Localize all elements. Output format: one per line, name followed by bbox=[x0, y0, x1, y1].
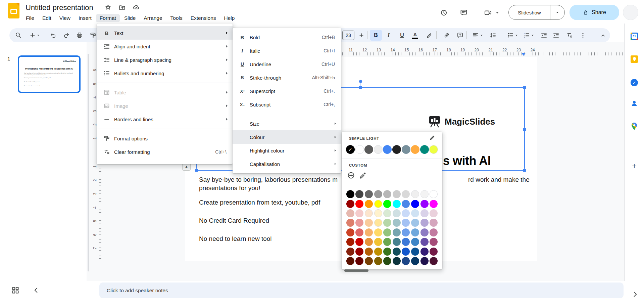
theme-color-swatch-eeeeee[interactable] bbox=[374, 145, 383, 154]
color-swatch-d9d2e9[interactable] bbox=[420, 209, 429, 217]
color-swatch-85200c[interactable] bbox=[346, 248, 354, 256]
color-swatch-ead1dc[interactable] bbox=[430, 209, 438, 217]
color-swatch-c27ba0[interactable] bbox=[430, 228, 438, 236]
undo-button[interactable] bbox=[47, 28, 59, 42]
color-swatch-cfe2f3[interactable] bbox=[411, 209, 419, 217]
color-swatch-ff0000[interactable] bbox=[355, 200, 363, 208]
color-swatch-980000[interactable] bbox=[346, 200, 354, 208]
text-submenu-item-highlight-colour[interactable]: Highlight colour bbox=[233, 144, 341, 157]
color-swatch-45818e[interactable] bbox=[393, 238, 401, 246]
insert-link-button[interactable] bbox=[441, 28, 452, 42]
theme-color-swatch-000000[interactable]: ✓ bbox=[346, 145, 355, 154]
text-submenu-item-size[interactable]: Size bbox=[233, 117, 341, 130]
color-swatch-9fc5e8[interactable] bbox=[411, 219, 419, 227]
google-keep-icon[interactable] bbox=[630, 55, 638, 63]
color-swatch-e06666[interactable] bbox=[355, 228, 363, 236]
resize-handle-sw[interactable] bbox=[195, 169, 198, 172]
color-swatch-434343[interactable] bbox=[355, 190, 363, 198]
move-folder-icon[interactable] bbox=[119, 4, 126, 11]
highlight-color-button[interactable] bbox=[424, 28, 435, 42]
slide-body-item-2[interactable]: No Credit Card Required bbox=[199, 217, 269, 224]
align-caret-icon[interactable] bbox=[479, 28, 485, 42]
color-swatch-3c78d8[interactable] bbox=[402, 238, 410, 246]
color-swatch-a64d79[interactable] bbox=[430, 238, 438, 246]
color-swatch-ffd966[interactable] bbox=[374, 228, 382, 236]
color-swatch-a4c2f4[interactable] bbox=[402, 219, 410, 227]
color-swatch-5b0f00[interactable] bbox=[346, 257, 354, 265]
numbered-list-caret-icon[interactable] bbox=[530, 28, 536, 42]
version-history-icon[interactable] bbox=[440, 9, 448, 17]
format-menu-item-bullets-and-numbering[interactable]: Bullets and numbering bbox=[97, 67, 233, 80]
document-title[interactable]: Untitled presentation bbox=[26, 3, 93, 12]
color-swatch-dd7e6b[interactable] bbox=[346, 219, 354, 227]
color-swatch-d5a6bd[interactable] bbox=[430, 219, 438, 227]
color-swatch-741b47[interactable] bbox=[430, 248, 438, 256]
slide-body-line2[interactable]: presentations for you! bbox=[199, 184, 260, 192]
avatar[interactable] bbox=[623, 5, 638, 20]
color-swatch-6d9eeb[interactable] bbox=[402, 228, 410, 236]
menubar-item-view[interactable]: View bbox=[56, 14, 74, 22]
resize-handle-e[interactable] bbox=[523, 128, 526, 131]
underline-button[interactable]: U bbox=[396, 28, 408, 42]
color-swatch-999999[interactable] bbox=[374, 190, 382, 198]
menubar-item-help[interactable]: Help bbox=[220, 14, 239, 22]
color-swatch-990000[interactable] bbox=[355, 248, 363, 256]
color-swatch-a2c4c9[interactable] bbox=[393, 219, 401, 227]
google-calendar-icon[interactable]: 31 bbox=[630, 32, 638, 40]
filmstrip-scrollbar[interactable] bbox=[88, 54, 89, 271]
color-swatch-20124d[interactable] bbox=[420, 257, 429, 265]
color-swatch-ea9999[interactable] bbox=[355, 219, 363, 227]
color-swatch-a61c00[interactable] bbox=[346, 238, 354, 246]
slide-body-line1-right[interactable]: rd work and make the bbox=[468, 176, 530, 183]
theme-color-swatch-ffab40[interactable] bbox=[411, 145, 419, 154]
slideshow-options-button[interactable] bbox=[550, 5, 564, 19]
theme-color-swatch-ffffff[interactable] bbox=[355, 145, 364, 154]
cloud-status-icon[interactable] bbox=[132, 4, 140, 11]
star-icon[interactable] bbox=[105, 4, 111, 11]
color-swatch-c9daf8[interactable] bbox=[402, 209, 410, 217]
menubar-item-arrange[interactable]: Arrange bbox=[140, 14, 166, 22]
color-swatch-f1c232[interactable] bbox=[374, 238, 382, 246]
share-button[interactable]: Share bbox=[569, 5, 619, 20]
color-swatch-93c47d[interactable] bbox=[383, 228, 391, 236]
color-swatch-3d85c6[interactable] bbox=[411, 238, 419, 246]
theme-color-swatch-eeff41[interactable] bbox=[429, 145, 438, 154]
color-swatch-660000[interactable] bbox=[355, 257, 363, 265]
theme-color-swatch-78909c[interactable] bbox=[402, 145, 410, 154]
increase-font-button[interactable] bbox=[356, 28, 367, 42]
decrease-indent-button[interactable] bbox=[538, 28, 550, 42]
theme-color-swatch-00897b[interactable] bbox=[420, 145, 429, 154]
slideshow-button[interactable]: Slideshow bbox=[509, 5, 550, 19]
color-swatch-cc4125[interactable] bbox=[346, 228, 354, 236]
color-swatch-00ff00[interactable] bbox=[383, 200, 391, 208]
color-swatch-674ea7[interactable] bbox=[420, 238, 429, 246]
text-submenu-item-underline[interactable]: UUnderlineCtrl+U bbox=[233, 57, 341, 71]
collapse-menus-button[interactable] bbox=[597, 28, 609, 42]
color-swatch-ffe599[interactable] bbox=[374, 219, 382, 227]
text-submenu-item-strike-through[interactable]: SStrike-throughAlt+Shift+5 bbox=[233, 71, 341, 84]
color-swatch-cc0000[interactable] bbox=[355, 238, 363, 246]
font-size-input[interactable]: 23 bbox=[342, 31, 354, 40]
horizontal-scrollbar-thumb[interactable] bbox=[344, 269, 368, 272]
color-swatch-783f04[interactable] bbox=[365, 257, 373, 265]
color-swatch-7f6000[interactable] bbox=[374, 257, 382, 265]
color-swatch-f9cb9c[interactable] bbox=[365, 219, 373, 227]
comments-icon[interactable] bbox=[460, 9, 468, 17]
meet-camera-icon[interactable] bbox=[484, 9, 492, 17]
color-swatch-38761d[interactable] bbox=[383, 248, 391, 256]
italic-button[interactable]: I bbox=[383, 28, 394, 42]
color-swatch-b45f06[interactable] bbox=[365, 248, 373, 256]
rotate-handle[interactable] bbox=[359, 80, 362, 83]
color-swatch-351c75[interactable] bbox=[420, 248, 429, 256]
text-color-button[interactable]: A bbox=[409, 28, 421, 42]
color-swatch-d9d9d9[interactable] bbox=[402, 190, 410, 198]
text-submenu-item-capitalisation[interactable]: Capitalisation bbox=[233, 157, 341, 171]
format-menu-item-borders-and-lines[interactable]: Borders and lines bbox=[97, 113, 233, 126]
add-comment-button[interactable] bbox=[454, 28, 466, 42]
menubar-item-extensions[interactable]: Extensions bbox=[187, 14, 220, 22]
google-tasks-icon[interactable]: ✓ bbox=[630, 79, 638, 87]
color-swatch-f4cccc[interactable] bbox=[355, 209, 363, 217]
text-submenu-item-italic[interactable]: IItalicCtrl+I bbox=[233, 44, 341, 57]
resize-handle-se[interactable] bbox=[523, 169, 526, 172]
menubar-item-format[interactable]: Format bbox=[96, 14, 120, 22]
